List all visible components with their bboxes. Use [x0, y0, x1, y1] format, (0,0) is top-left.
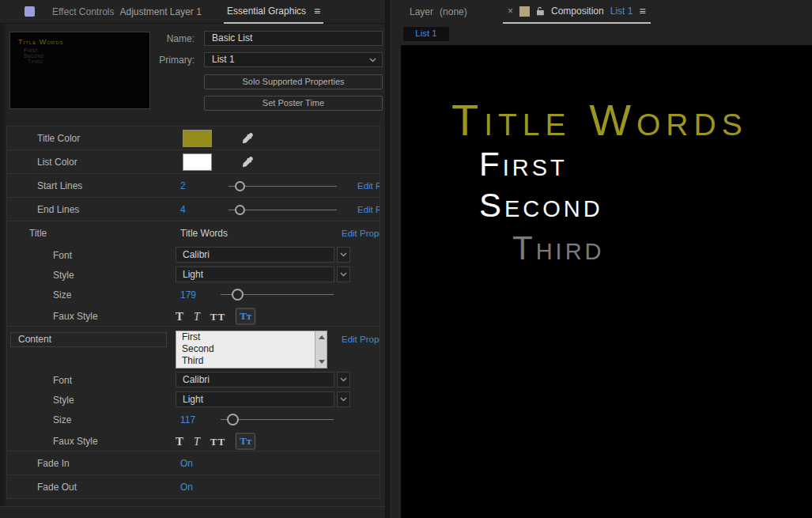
tab-composition[interactable]: × Composition List 1 ≡ [503, 0, 651, 24]
solo-supported-properties-button[interactable]: Solo Supported Properties [204, 74, 383, 89]
content-font-dropdown[interactable]: Calibri [176, 372, 334, 388]
sequence-tab-list-1[interactable]: List 1 [403, 27, 449, 41]
essential-graphics-panel: Effect Controls Adjustment Layer 1 Essen… [0, 0, 385, 518]
faux-bold-button[interactable]: T [176, 310, 183, 323]
title-group: Title Title Words Edit Prope Font Calibr… [6, 221, 380, 327]
template-thumbnail: Title Words First Second Third [9, 32, 150, 109]
list-item[interactable]: Third [176, 355, 327, 367]
content-faux-style-buttons: T T TT Tᴛ [176, 433, 255, 450]
thumbnail-line: First [24, 47, 149, 53]
content-size-row: Size 117 [7, 410, 380, 430]
faux-small-caps-button-active[interactable]: Tᴛ [236, 308, 255, 325]
faux-bold-button[interactable]: T [176, 435, 183, 448]
content-faux-style-label: Faux Style [53, 436, 98, 447]
start-lines-label: Start Lines [37, 180, 82, 191]
tab-composition-name: List 1 [610, 6, 633, 17]
name-input[interactable]: Basic List [204, 31, 383, 46]
panel-menu-icon[interactable]: ≡ [639, 5, 645, 17]
title-style-row: Style Light [7, 265, 380, 285]
list-item[interactable]: Second [176, 343, 327, 355]
title-style-dropdown[interactable]: Light [176, 267, 334, 282]
chevron-down-icon [340, 252, 347, 257]
end-lines-label: End Lines [37, 204, 79, 215]
tab-essential-graphics[interactable]: Essential Graphics ≡ [224, 0, 323, 24]
tab-effect-controls[interactable]: Effect Controls [52, 6, 114, 17]
faux-small-caps-button-active[interactable]: Tᴛ [236, 433, 255, 450]
fade-in-row: Fade In On [6, 451, 380, 475]
end-lines-value[interactable]: 4 [180, 204, 186, 215]
start-lines-slider[interactable] [228, 181, 337, 191]
content-listbox[interactable]: First Second Third [176, 331, 327, 369]
close-icon[interactable]: × [508, 6, 513, 17]
slider-knob[interactable] [235, 205, 245, 215]
end-lines-edit-range-link[interactable]: Edit R [357, 205, 380, 214]
primary-dropdown-value: List 1 [212, 53, 235, 66]
eyedropper-icon[interactable] [242, 157, 253, 168]
title-color-row: Title Color [6, 126, 380, 150]
tab-layer[interactable]: Layer [410, 6, 433, 17]
viewer-line-third: Third [512, 229, 605, 267]
viewer-title-text: Title Words [451, 94, 748, 146]
content-font-dropdown-arrow[interactable] [337, 372, 350, 388]
title-size-slider[interactable] [221, 289, 334, 300]
content-style-dropdown[interactable]: Light [176, 391, 334, 407]
tab-effect-controls-layer-name[interactable]: Adjustment Layer 1 [119, 6, 201, 17]
start-lines-value[interactable]: 2 [180, 180, 186, 191]
content-style-dropdown-arrow[interactable] [337, 391, 350, 407]
right-panel-tabbar: Layer (none) × Composition List 1 ≡ [390, 0, 812, 24]
tab-essential-graphics-label: Essential Graphics [227, 6, 306, 17]
panel-menu-icon[interactable]: ≡ [314, 5, 320, 17]
end-lines-slider[interactable] [228, 205, 337, 215]
chevron-down-icon [340, 272, 347, 277]
content-size-slider[interactable] [221, 414, 334, 425]
eyedropper-icon[interactable] [242, 133, 253, 144]
thumbnail-line: Third [28, 59, 149, 64]
title-font-dropdown[interactable]: Calibri [176, 247, 334, 263]
title-value[interactable]: Title Words [180, 228, 228, 239]
title-edit-properties-link[interactable]: Edit Prope [342, 229, 380, 238]
list-color-swatch[interactable] [183, 153, 212, 171]
chevron-down-icon [340, 397, 347, 402]
faux-italic-button[interactable]: T [194, 435, 200, 448]
fade-out-row: Fade Out On [6, 475, 380, 499]
title-faux-style-row: Faux Style T T TT Tᴛ [7, 305, 380, 327]
thumbnail-title-text: Title Words [18, 38, 149, 46]
content-style-label: Style [53, 395, 74, 406]
content-group: Content First Second Third Edit Prope Fo… [6, 326, 380, 452]
content-size-value[interactable]: 117 [180, 414, 195, 425]
left-scroll-strip[interactable] [0, 24, 5, 518]
start-lines-edit-range-link[interactable]: Edit R [357, 181, 380, 191]
fade-out-value[interactable]: On [180, 482, 193, 493]
title-color-swatch[interactable] [183, 130, 212, 147]
title-font-dropdown-arrow[interactable] [337, 247, 350, 263]
list-item[interactable]: First [176, 331, 327, 343]
title-size-value[interactable]: 179 [180, 289, 196, 301]
chevron-down-icon [369, 58, 376, 62]
faux-italic-button[interactable]: T [194, 310, 200, 323]
fade-in-value[interactable]: On [180, 458, 193, 469]
composition-viewer[interactable]: Title Words First Second Third [401, 45, 812, 518]
unlock-icon[interactable] [536, 6, 545, 16]
content-field[interactable]: Content [10, 332, 167, 347]
content-size-label: Size [53, 414, 71, 425]
faux-all-caps-button[interactable]: TT [210, 310, 225, 323]
faux-all-caps-button[interactable]: TT [210, 435, 225, 448]
thumbnail-line: Second [24, 53, 149, 59]
scroll-down-icon[interactable] [319, 360, 325, 364]
title-style-dropdown-arrow[interactable] [337, 267, 350, 282]
slider-knob[interactable] [235, 181, 245, 191]
title-size-row: Size 179 [7, 285, 380, 305]
name-label: Name: [150, 33, 195, 44]
slider-knob[interactable] [232, 289, 244, 301]
left-panel-tabbar: Effect Controls Adjustment Layer 1 Essen… [0, 0, 385, 24]
slider-knob[interactable] [227, 414, 239, 425]
tab-layer-value: (none) [440, 6, 467, 17]
content-font-label: Font [53, 375, 72, 386]
properties-list: Title Color List Color Start Lines 2 [6, 127, 380, 499]
set-poster-time-button[interactable]: Set Poster Time [204, 96, 383, 111]
end-lines-row: End Lines 4 Edit R [6, 197, 380, 221]
listbox-scrollbar[interactable] [315, 331, 327, 368]
primary-dropdown[interactable]: List 1 [204, 52, 383, 67]
scroll-up-icon[interactable] [319, 335, 325, 339]
content-edit-properties-link[interactable]: Edit Prope [342, 335, 380, 344]
